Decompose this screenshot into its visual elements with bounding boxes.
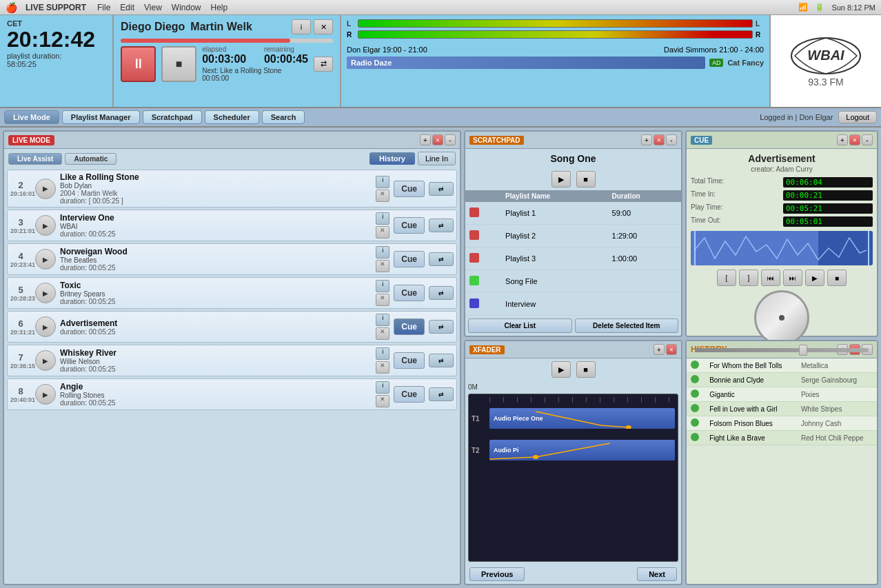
nav-live-mode[interactable]: Live Mode [4, 110, 59, 124]
playlist-item[interactable]: 3 20:21:01 ▶ Interview One WBAI duration… [7, 210, 457, 241]
tab-live-assist[interactable]: Live Assist [8, 153, 62, 165]
playlist-table-row[interactable]: Playlist 1 59:00 [465, 202, 681, 224]
item-play-btn[interactable]: ▶ [35, 350, 56, 371]
nav-playlist-manager[interactable]: Playlist Manager [62, 110, 140, 124]
close-icon-transport[interactable]: ✕ [314, 19, 333, 34]
item-info-btn[interactable]: i [376, 176, 389, 188]
item-info-btn[interactable]: i [376, 381, 389, 394]
nav-scratchpad[interactable]: Scratchpad [143, 110, 202, 124]
history-table-row[interactable]: Fight Like a Brave Red Hot Chili Peppe [687, 431, 877, 445]
item-play-btn[interactable]: ▶ [35, 179, 56, 199]
cue-dial[interactable] [754, 290, 809, 345]
item-remove-btn[interactable]: ✕ [376, 190, 389, 202]
item-play-btn[interactable]: ▶ [35, 215, 56, 236]
playlist-item[interactable]: 6 20:31:21 ▶ Advertisement duration: 00:… [7, 311, 457, 343]
stop-button[interactable]: ■ [161, 46, 196, 82]
item-cue-btn[interactable]: Cue [394, 386, 425, 403]
tab-automatic[interactable]: Automatic [65, 153, 117, 165]
playlist-scroll[interactable]: 2 20:16:01 ▶ Like a Rolling Stone Bob Dy… [4, 168, 460, 584]
item-cue-btn[interactable]: Cue [394, 285, 425, 301]
item-shuffle-btn[interactable]: ⇄ [429, 387, 454, 401]
cue-stop-btn[interactable]: ■ [827, 270, 847, 286]
playlist-table-row[interactable]: Playlist 3 1:00:00 [465, 247, 681, 270]
playlist-item[interactable]: 5 20:28:23 ▶ Toxic Britney Spears durati… [7, 277, 457, 309]
item-remove-btn[interactable]: ✕ [376, 260, 389, 272]
item-shuffle-btn[interactable]: ⇄ [429, 354, 454, 367]
playlist-item[interactable]: 2 20:16:01 ▶ Like a Rolling Stone Bob Dy… [7, 170, 457, 207]
cue-add-btn[interactable]: + [837, 134, 848, 145]
item-info-btn[interactable]: i [376, 314, 389, 326]
apple-icon[interactable]: 🍎 [6, 2, 17, 13]
scratchpad-close-btn[interactable]: × [654, 134, 665, 145]
previous-button[interactable]: Previous [469, 567, 525, 581]
scratchpad-collapse-btn[interactable]: - [666, 134, 677, 145]
item-play-btn[interactable]: ▶ [35, 316, 56, 337]
history-table-row[interactable]: Fell in Love with a Girl White Stripes [687, 402, 877, 416]
cue-next-btn[interactable]: ⏭ [783, 270, 802, 286]
next-button[interactable]: Next [637, 567, 677, 581]
item-shuffle-btn[interactable]: ⇄ [429, 182, 454, 196]
cue-collapse-btn[interactable]: - [862, 134, 873, 145]
item-remove-btn[interactable]: ✕ [376, 361, 389, 374]
live-mode-close-btn[interactable]: × [432, 134, 443, 145]
playlist-table-row[interactable]: Playlist 2 1:29:00 [465, 224, 681, 247]
item-cue-btn[interactable]: Cue [394, 217, 425, 234]
item-play-btn[interactable]: ▶ [35, 384, 56, 405]
cue-close-btn[interactable]: × [849, 134, 860, 145]
playlist-item[interactable]: 4 20:23:41 ▶ Norweigan Wood The Beatles … [7, 243, 457, 275]
cue-out-btn[interactable]: ] [739, 270, 758, 286]
xfader-close-btn[interactable]: × [666, 344, 677, 355]
history-table-row[interactable]: Gigantic Pixies [687, 387, 877, 402]
shuffle-icon[interactable]: ⇄ [314, 57, 333, 72]
item-shuffle-btn[interactable]: ⇄ [429, 286, 454, 300]
item-play-btn[interactable]: ▶ [35, 283, 56, 303]
line-in-button[interactable]: Line In [418, 152, 456, 165]
xfader-add-btn[interactable]: + [654, 344, 665, 355]
item-cue-btn[interactable]: Cue [394, 318, 425, 335]
menu-edit[interactable]: Edit [120, 3, 134, 12]
history-table-row[interactable]: For Whom the Bell Tolls Metallica [687, 358, 877, 373]
item-cue-btn[interactable]: Cue [394, 352, 425, 369]
item-shuffle-btn[interactable]: ⇄ [429, 219, 454, 232]
item-info-btn[interactable]: i [376, 347, 389, 360]
cue-prev-btn[interactable]: ⏮ [761, 270, 780, 286]
live-mode-collapse-btn[interactable]: - [445, 134, 456, 145]
xf-stop-btn[interactable]: ■ [576, 361, 596, 378]
item-remove-btn[interactable]: ✕ [376, 327, 389, 340]
history-table-row[interactable]: Folsom Prison Blues Johnny Cash [687, 416, 877, 431]
item-play-btn[interactable]: ▶ [35, 249, 56, 270]
item-shuffle-btn[interactable]: ⇄ [429, 320, 454, 334]
item-remove-btn[interactable]: ✕ [376, 294, 389, 306]
live-mode-add-btn[interactable]: + [420, 134, 431, 145]
item-remove-btn[interactable]: ✕ [376, 395, 389, 407]
item-cue-btn[interactable]: Cue [394, 251, 425, 267]
cue-slider[interactable] [695, 348, 869, 352]
item-cue-btn[interactable]: Cue [394, 181, 425, 197]
logout-button[interactable]: Logout [838, 111, 877, 123]
sp-stop-btn[interactable]: ■ [576, 171, 596, 187]
menu-window[interactable]: Window [172, 3, 201, 12]
item-shuffle-btn[interactable]: ⇄ [429, 252, 454, 266]
menu-help[interactable]: Help [211, 3, 228, 12]
pause-button[interactable]: ⏸ [121, 46, 156, 82]
item-info-btn[interactable]: i [376, 246, 389, 258]
cue-slider-thumb[interactable] [799, 345, 807, 356]
scratchpad-add-btn[interactable]: + [641, 134, 652, 145]
xf-play-btn[interactable]: ▶ [551, 361, 571, 378]
item-remove-btn[interactable]: ✕ [376, 226, 389, 239]
item-info-btn[interactable]: i [376, 212, 389, 225]
item-info-btn[interactable]: i [376, 280, 389, 292]
playlist-item[interactable]: 8 20:40:01 ▶ Angie Rolling Stones durati… [7, 378, 457, 410]
sp-play-btn[interactable]: ▶ [551, 171, 571, 187]
playlist-table-row[interactable]: Interview [465, 292, 681, 315]
history-table-row[interactable]: Bonnie and Clyde Serge Gainsbourg [687, 373, 877, 387]
history-button[interactable]: History [369, 152, 415, 165]
cue-play-btn[interactable]: ▶ [805, 270, 824, 286]
cue-in-btn[interactable]: [ [717, 270, 736, 286]
playlist-item[interactable]: 7 20:36:15 ▶ Whiskey River Willie Nelson… [7, 345, 457, 376]
info-icon-transport[interactable]: i [292, 19, 311, 34]
delete-selected-btn[interactable]: Delete Selected Item [575, 318, 679, 333]
playlist-table-row[interactable]: Song File [465, 270, 681, 292]
menu-file[interactable]: File [97, 3, 110, 12]
nav-scheduler[interactable]: Scheduler [205, 110, 259, 124]
